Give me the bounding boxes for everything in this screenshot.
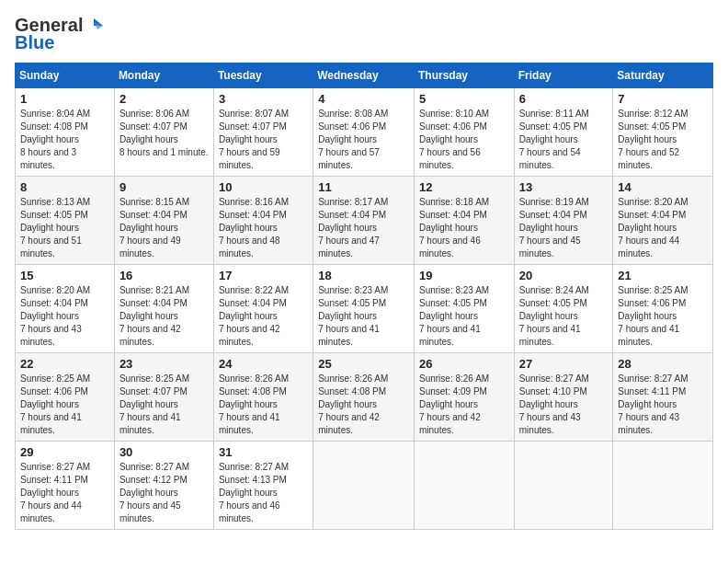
- day-number: 14: [618, 180, 708, 194]
- day-detail: Sunrise: 8:16 AMSunset: 4:04 PMDaylight …: [219, 196, 308, 260]
- day-cell: 17Sunrise: 8:22 AMSunset: 4:04 PMDayligh…: [213, 265, 313, 353]
- header-cell-friday: Friday: [514, 63, 613, 88]
- day-number: 20: [519, 269, 609, 282]
- day-number: 10: [219, 180, 308, 194]
- day-number: 9: [119, 180, 209, 194]
- day-detail: Sunrise: 8:20 AMSunset: 4:04 PMDaylight …: [20, 284, 109, 349]
- day-number: 16: [119, 269, 209, 282]
- day-number: 28: [618, 357, 708, 371]
- day-detail: Sunrise: 8:08 AMSunset: 4:06 PMDaylight …: [318, 108, 409, 172]
- day-cell: 5Sunrise: 8:10 AMSunset: 4:06 PMDaylight…: [415, 88, 515, 177]
- day-detail: Sunrise: 8:07 AMSunset: 4:07 PMDaylight …: [219, 108, 308, 172]
- day-cell: 29Sunrise: 8:27 AMSunset: 4:11 PMDayligh…: [16, 442, 115, 530]
- calendar: SundayMondayTuesdayWednesdayThursdayFrid…: [15, 63, 713, 530]
- header-cell-thursday: Thursday: [415, 63, 515, 88]
- day-cell: 11Sunrise: 8:17 AMSunset: 4:04 PMDayligh…: [313, 177, 415, 265]
- day-cell: 27Sunrise: 8:27 AMSunset: 4:10 PMDayligh…: [514, 353, 613, 442]
- day-detail: Sunrise: 8:10 AMSunset: 4:06 PMDaylight …: [419, 108, 509, 172]
- day-cell: 8Sunrise: 8:13 AMSunset: 4:05 PMDaylight…: [16, 177, 115, 265]
- day-detail: Sunrise: 8:22 AMSunset: 4:04 PMDaylight …: [219, 284, 308, 349]
- day-number: 4: [318, 92, 409, 106]
- day-detail: Sunrise: 8:21 AMSunset: 4:04 PMDaylight …: [119, 284, 209, 349]
- day-detail: Sunrise: 8:26 AMSunset: 4:08 PMDaylight …: [318, 373, 409, 437]
- day-cell: 22Sunrise: 8:25 AMSunset: 4:06 PMDayligh…: [16, 353, 115, 442]
- day-cell: 1Sunrise: 8:04 AMSunset: 4:08 PMDaylight…: [16, 88, 115, 177]
- day-detail: Sunrise: 8:23 AMSunset: 4:05 PMDaylight …: [318, 284, 409, 349]
- week-row-4: 22Sunrise: 8:25 AMSunset: 4:06 PMDayligh…: [16, 353, 713, 442]
- day-detail: Sunrise: 8:04 AMSunset: 4:08 PMDaylight …: [20, 108, 109, 172]
- day-cell: 24Sunrise: 8:26 AMSunset: 4:08 PMDayligh…: [213, 353, 313, 442]
- day-detail: Sunrise: 8:27 AMSunset: 4:10 PMDaylight …: [519, 373, 609, 437]
- logo-blue: Blue: [15, 32, 54, 53]
- header-cell-wednesday: Wednesday: [313, 63, 415, 88]
- day-cell: 21Sunrise: 8:25 AMSunset: 4:06 PMDayligh…: [613, 265, 713, 353]
- day-detail: Sunrise: 8:27 AMSunset: 4:12 PMDaylight …: [119, 461, 209, 525]
- day-number: 31: [219, 445, 308, 459]
- logo-text-block: General Blue: [15, 15, 103, 53]
- week-row-1: 1Sunrise: 8:04 AMSunset: 4:08 PMDaylight…: [16, 88, 713, 177]
- day-number: 17: [219, 269, 308, 282]
- day-detail: Sunrise: 8:17 AMSunset: 4:04 PMDaylight …: [318, 196, 409, 260]
- day-cell: [613, 442, 713, 530]
- day-number: 26: [419, 357, 509, 371]
- day-cell: 30Sunrise: 8:27 AMSunset: 4:12 PMDayligh…: [114, 442, 213, 530]
- day-cell: 19Sunrise: 8:23 AMSunset: 4:05 PMDayligh…: [415, 265, 515, 353]
- day-number: 5: [419, 92, 509, 106]
- header-cell-monday: Monday: [114, 63, 213, 88]
- logo-bird-icon: [85, 17, 103, 35]
- week-row-5: 29Sunrise: 8:27 AMSunset: 4:11 PMDayligh…: [16, 442, 713, 530]
- day-number: 7: [618, 92, 708, 106]
- day-detail: Sunrise: 8:23 AMSunset: 4:05 PMDaylight …: [419, 284, 509, 349]
- day-number: 15: [20, 269, 109, 282]
- day-number: 30: [119, 445, 209, 459]
- day-cell: 20Sunrise: 8:24 AMSunset: 4:05 PMDayligh…: [514, 265, 613, 353]
- logo: General Blue: [15, 15, 103, 53]
- day-number: 12: [419, 180, 509, 194]
- day-detail: Sunrise: 8:12 AMSunset: 4:05 PMDaylight …: [618, 108, 708, 172]
- day-cell: [514, 442, 613, 530]
- day-cell: 2Sunrise: 8:06 AMSunset: 4:07 PMDaylight…: [114, 88, 213, 177]
- day-number: 29: [20, 445, 109, 459]
- day-detail: Sunrise: 8:15 AMSunset: 4:04 PMDaylight …: [119, 196, 209, 260]
- header-cell-sunday: Sunday: [16, 63, 115, 88]
- day-detail: Sunrise: 8:25 AMSunset: 4:06 PMDaylight …: [618, 284, 708, 349]
- day-number: 1: [20, 92, 109, 106]
- day-cell: 9Sunrise: 8:15 AMSunset: 4:04 PMDaylight…: [114, 177, 213, 265]
- day-detail: Sunrise: 8:19 AMSunset: 4:04 PMDaylight …: [519, 196, 609, 260]
- day-detail: Sunrise: 8:26 AMSunset: 4:09 PMDaylight …: [419, 373, 509, 437]
- day-number: 8: [20, 180, 109, 194]
- day-detail: Sunrise: 8:06 AMSunset: 4:07 PMDaylight …: [119, 108, 209, 159]
- header-cell-saturday: Saturday: [613, 63, 713, 88]
- day-detail: Sunrise: 8:27 AMSunset: 4:11 PMDaylight …: [20, 461, 109, 525]
- day-number: 6: [519, 92, 609, 106]
- day-number: 22: [20, 357, 109, 371]
- day-cell: 26Sunrise: 8:26 AMSunset: 4:09 PMDayligh…: [415, 353, 515, 442]
- day-cell: 31Sunrise: 8:27 AMSunset: 4:13 PMDayligh…: [213, 442, 313, 530]
- day-number: 2: [119, 92, 209, 106]
- day-number: 11: [318, 180, 409, 194]
- day-cell: [415, 442, 515, 530]
- day-detail: Sunrise: 8:27 AMSunset: 4:11 PMDaylight …: [618, 373, 708, 437]
- day-number: 23: [119, 357, 209, 371]
- day-detail: Sunrise: 8:25 AMSunset: 4:06 PMDaylight …: [20, 373, 109, 437]
- day-cell: 7Sunrise: 8:12 AMSunset: 4:05 PMDaylight…: [613, 88, 713, 177]
- day-number: 13: [519, 180, 609, 194]
- day-cell: 6Sunrise: 8:11 AMSunset: 4:05 PMDaylight…: [514, 88, 613, 177]
- day-detail: Sunrise: 8:24 AMSunset: 4:05 PMDaylight …: [519, 284, 609, 349]
- week-row-3: 15Sunrise: 8:20 AMSunset: 4:04 PMDayligh…: [16, 265, 713, 353]
- day-cell: 15Sunrise: 8:20 AMSunset: 4:04 PMDayligh…: [16, 265, 115, 353]
- day-cell: 28Sunrise: 8:27 AMSunset: 4:11 PMDayligh…: [613, 353, 713, 442]
- day-cell: 25Sunrise: 8:26 AMSunset: 4:08 PMDayligh…: [313, 353, 415, 442]
- day-detail: Sunrise: 8:11 AMSunset: 4:05 PMDaylight …: [519, 108, 609, 172]
- day-detail: Sunrise: 8:18 AMSunset: 4:04 PMDaylight …: [419, 196, 509, 260]
- day-cell: 4Sunrise: 8:08 AMSunset: 4:06 PMDaylight…: [313, 88, 415, 177]
- day-cell: [313, 442, 415, 530]
- day-number: 25: [318, 357, 409, 371]
- day-detail: Sunrise: 8:25 AMSunset: 4:07 PMDaylight …: [119, 373, 209, 437]
- header-cell-tuesday: Tuesday: [213, 63, 313, 88]
- week-row-2: 8Sunrise: 8:13 AMSunset: 4:05 PMDaylight…: [16, 177, 713, 265]
- day-cell: 12Sunrise: 8:18 AMSunset: 4:04 PMDayligh…: [415, 177, 515, 265]
- day-cell: 23Sunrise: 8:25 AMSunset: 4:07 PMDayligh…: [114, 353, 213, 442]
- day-number: 18: [318, 269, 409, 282]
- day-cell: 10Sunrise: 8:16 AMSunset: 4:04 PMDayligh…: [213, 177, 313, 265]
